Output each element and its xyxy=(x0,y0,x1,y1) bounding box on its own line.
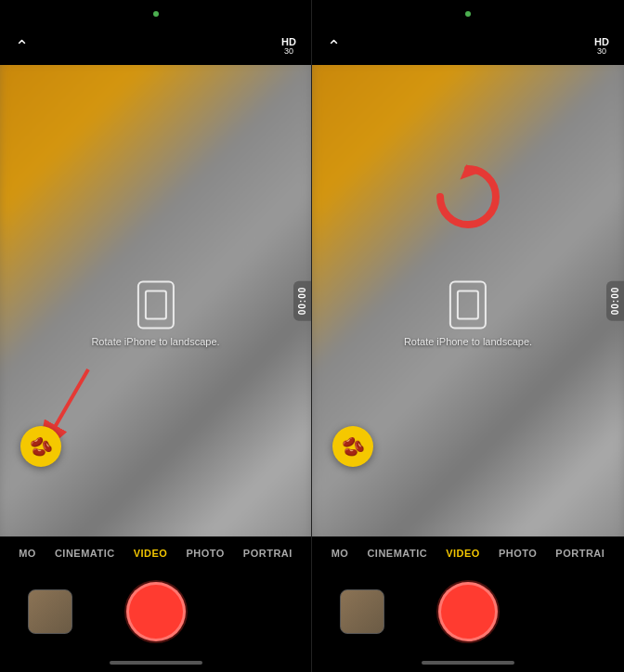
fps-label-right: 30 xyxy=(597,47,606,56)
mode-photo-left[interactable]: PHOTO xyxy=(176,548,233,559)
rotate-overlay-right: Rotate iPhone to landscape. xyxy=(404,280,532,347)
rotate-phone-icon-right xyxy=(449,280,487,329)
record-button-right[interactable] xyxy=(438,582,498,641)
mic-icon-left: 🫘 xyxy=(30,435,53,458)
mode-portrait-right[interactable]: PORTRAI xyxy=(546,548,614,559)
photo-thumbnail-left[interactable] xyxy=(28,589,72,634)
rotate-phone-icon-left xyxy=(137,280,175,329)
flip-camera-button-left[interactable] xyxy=(239,589,283,634)
svg-marker-2 xyxy=(456,161,481,179)
camera-indicator-dot-left xyxy=(153,11,159,17)
timer-text-left: 00:00 xyxy=(297,287,307,316)
controls-bar-right xyxy=(312,570,624,653)
mode-cinematic-right[interactable]: CINEMATIC xyxy=(358,548,436,559)
timer-text-right: 00:00 xyxy=(610,287,620,316)
mic-icon-right: 🫘 xyxy=(342,435,365,458)
right-phone-panel: ⌃ HD 30 Rotate iPhone to landscape. 00:0… xyxy=(312,0,624,672)
mic-button-right[interactable]: 🫘 xyxy=(332,426,373,467)
viewfinder-right[interactable]: Rotate iPhone to landscape. 00:00 🫘 xyxy=(312,65,624,536)
hd-badge-right: HD 30 xyxy=(594,37,609,56)
rotate-text-left: Rotate iPhone to landscape. xyxy=(91,336,219,347)
fps-label-left: 30 xyxy=(284,47,293,56)
home-indicator-right xyxy=(312,653,624,672)
mode-portrait-left[interactable]: PORTRAI xyxy=(234,548,302,559)
home-indicator-left xyxy=(0,653,311,672)
camera-top-bar-left: ⌃ HD 30 xyxy=(0,28,311,65)
mode-video-right[interactable]: VIDEO xyxy=(436,548,489,559)
mode-cinematic-left[interactable]: CINEMATIC xyxy=(46,548,124,559)
mode-photo-right[interactable]: PHOTO xyxy=(489,548,546,559)
mic-button-left[interactable]: 🫘 xyxy=(20,426,61,467)
controls-bar-left xyxy=(0,570,311,653)
chevron-up-icon-right[interactable]: ⌃ xyxy=(327,36,341,57)
camera-indicator-dot-right xyxy=(465,11,471,17)
camera-top-bar-right: ⌃ HD 30 xyxy=(312,28,624,65)
mode-video-left[interactable]: VIDEO xyxy=(124,548,177,559)
home-bar-right xyxy=(422,661,514,665)
timer-sidebar-left: 00:00 xyxy=(293,281,311,321)
status-bar-left xyxy=(0,0,311,28)
modes-bar-right: MO CINEMATIC VIDEO PHOTO PORTRAI xyxy=(312,536,624,570)
status-bar-right xyxy=(312,0,624,28)
redo-icon-container xyxy=(431,160,505,234)
mode-slo-left[interactable]: MO xyxy=(9,548,46,559)
hd-badge-left: HD 30 xyxy=(281,37,296,56)
timer-sidebar-right: 00:00 xyxy=(606,281,624,321)
mode-slo-right[interactable]: MO xyxy=(322,548,358,559)
flip-camera-button-right[interactable] xyxy=(552,589,596,634)
viewfinder-left[interactable]: Rotate iPhone to landscape. 00:00 🫘 xyxy=(0,65,311,536)
home-bar-left xyxy=(110,661,202,665)
left-phone-panel: ⌃ HD 30 Rotate iPhone to landscape. 00:0… xyxy=(0,0,312,672)
rotate-overlay-left: Rotate iPhone to landscape. xyxy=(91,280,219,347)
redo-icon[interactable] xyxy=(431,160,505,234)
photo-thumbnail-right[interactable] xyxy=(340,589,384,634)
rotate-text-right: Rotate iPhone to landscape. xyxy=(404,336,532,347)
chevron-up-icon-left[interactable]: ⌃ xyxy=(15,36,29,57)
record-button-left[interactable] xyxy=(126,582,186,641)
modes-bar-left: MO CINEMATIC VIDEO PHOTO PORTRAI xyxy=(0,536,311,570)
